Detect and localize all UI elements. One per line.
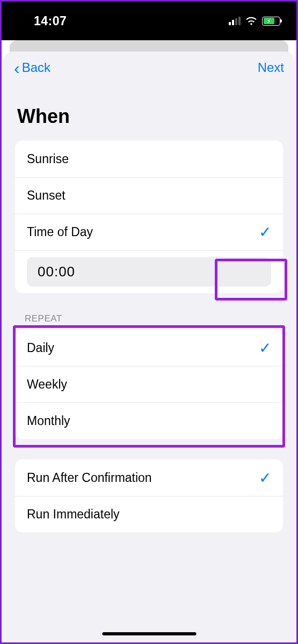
checkmark-icon: ✓ — [259, 339, 271, 357]
modal-sheet: ‹ Back Next When Sunrise Sunset Time of … — [3, 52, 295, 641]
charging-bolt-icon: ⚡︎ — [267, 18, 271, 24]
option-sunset[interactable]: Sunset — [15, 177, 283, 214]
checkmark-icon: ✓ — [259, 469, 271, 487]
back-label: Back — [22, 60, 50, 75]
time-picker-button[interactable]: 00:00 — [27, 257, 271, 287]
repeat-header: Repeat — [3, 313, 295, 330]
cellular-signal-icon — [229, 17, 241, 25]
status-bar: 14:07 ⚡︎ — [2, 2, 296, 40]
page-title: When — [3, 84, 295, 141]
option-run-immediately[interactable]: Run Immediately — [15, 496, 283, 532]
option-label: Sunrise — [27, 152, 69, 166]
checkmark-icon: ✓ — [259, 223, 271, 241]
option-label: Time of Day — [27, 225, 93, 239]
option-label: Daily — [27, 341, 54, 355]
option-label: Monthly — [27, 414, 70, 428]
option-label: Weekly — [27, 377, 67, 392]
home-indicator[interactable] — [102, 632, 196, 635]
option-sunrise[interactable]: Sunrise — [15, 141, 283, 177]
repeat-options-group: Daily ✓ Weekly Monthly — [15, 330, 283, 439]
option-run-after-confirmation[interactable]: Run After Confirmation ✓ — [15, 459, 283, 496]
next-button[interactable]: Next — [258, 60, 284, 75]
status-icons: ⚡︎ — [229, 16, 280, 26]
wifi-icon — [245, 16, 258, 26]
option-time-of-day[interactable]: Time of Day ✓ — [15, 214, 283, 250]
run-options-group: Run After Confirmation ✓ Run Immediately — [15, 459, 283, 532]
battery-icon: ⚡︎ — [262, 17, 280, 26]
option-weekly[interactable]: Weekly — [15, 366, 283, 402]
when-options-group: Sunrise Sunset Time of Day ✓ 00:00 — [15, 141, 283, 293]
time-picker-row: 00:00 — [15, 250, 283, 293]
chevron-left-icon: ‹ — [14, 58, 20, 78]
option-label: Run After Confirmation — [27, 471, 152, 485]
navigation-bar: ‹ Back Next — [3, 52, 295, 84]
back-button[interactable]: ‹ Back — [14, 58, 50, 78]
clock-time: 14:07 — [18, 14, 67, 28]
option-monthly[interactable]: Monthly — [15, 402, 283, 439]
option-label: Run Immediately — [27, 507, 120, 522]
option-label: Sunset — [27, 188, 66, 203]
option-daily[interactable]: Daily ✓ — [15, 330, 283, 366]
